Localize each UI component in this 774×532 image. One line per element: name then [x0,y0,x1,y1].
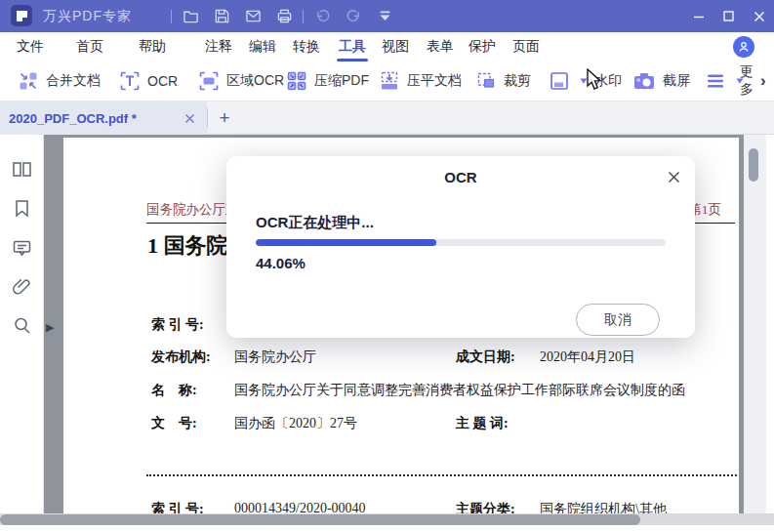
hamburger-menu-icon [705,70,726,92]
close-button[interactable] [744,0,774,32]
doc-field-value: 国务院办公厅 [234,348,316,366]
menu-home[interactable]: 首页 [76,32,103,61]
watermark-icon [549,70,570,92]
collapse-toolbar-icon[interactable] [369,0,400,32]
screenshot-button[interactable]: 截屏 [632,61,690,101]
merge-documents-icon [18,70,39,92]
doc-field-label: 发布机构: [151,348,211,366]
email-icon[interactable] [237,0,268,32]
save-icon[interactable] [206,0,237,32]
tools-ribbon: 合并文档 OCR 区域OCR [0,61,774,102]
compress-pdf-icon [286,70,307,92]
right-gutter [766,135,774,513]
app-window: 万兴PDF专家 [0,0,774,532]
undo-icon[interactable] [306,0,338,32]
crop-button[interactable]: 裁剪 [475,61,531,101]
bottom-gutter [0,525,774,532]
doc-field-label: 主 题 词: [456,415,509,432]
new-tab-button[interactable]: + [211,102,238,135]
bookmark-icon[interactable] [11,197,33,220]
crop-label: 裁剪 [504,72,531,90]
doc-dotted-divider [146,474,737,476]
menu-protect[interactable]: 保护 [468,32,496,61]
ocr-button[interactable]: OCR [119,61,178,101]
menu-file[interactable]: 文件 [17,32,44,61]
menu-form[interactable]: 表单 [427,32,454,61]
document-tab-label: 2020_PDF_OCR.pdf * [0,111,174,126]
area-ocr-label: 区域OCR [226,72,284,90]
toolbar-overflow-arrow[interactable]: › [760,61,766,101]
doc-header-left: 国务院办公厅政 [146,201,239,219]
ocr-icon [119,70,141,92]
doc-heading: 1 国务院 [147,231,228,261]
doc-field-label: 名 称: [151,382,197,399]
titlebar-separator [171,10,172,23]
merge-documents-label: 合并文档 [46,72,101,90]
compress-pdf-label: 压缩PDF [314,72,369,90]
flatten-document-button[interactable]: 压平文档 [379,61,462,101]
doc-field-value: 2020年04月20日 [540,348,635,366]
dialog-title: OCR [226,169,695,185]
compress-pdf-button[interactable]: 压缩PDF [286,61,369,101]
minimize-button[interactable] [683,0,713,32]
horizontal-scrollbar-track[interactable] [0,513,774,525]
tab-separator [207,108,208,128]
flatten-document-label: 压平文档 [407,72,462,90]
open-folder-icon[interactable] [175,0,206,32]
ocr-progress-percent: 44.06% [256,255,306,271]
doc-field-label: 成文日期: [456,348,515,366]
thumbnails-icon[interactable] [11,158,33,181]
vertical-scrollbar-track[interactable] [744,135,766,513]
mouse-cursor [586,68,603,92]
menu-tools[interactable]: 工具 [339,32,366,61]
flatten-document-icon [379,70,400,92]
ocr-dialog: OCR OCR正在处理中... 44.06% 取消 [226,156,695,338]
area-ocr-icon [198,70,220,92]
horizontal-scrollbar-thumb[interactable] [0,514,640,525]
cancel-button[interactable]: 取消 [576,304,660,336]
toolbar-menu-button[interactable] [705,61,744,101]
ocr-progress-bar [256,239,666,246]
menu-edit[interactable]: 编辑 [249,32,276,61]
crop-icon [475,70,497,92]
menu-page[interactable]: 页面 [512,32,540,61]
more-tools-label: 更多 [740,63,761,99]
print-icon[interactable] [268,0,300,32]
screenshot-icon [632,70,656,92]
titlebar: 万兴PDF专家 [0,0,774,32]
comment-icon[interactable] [11,236,33,259]
menu-view[interactable]: 视图 [382,32,409,61]
menu-convert[interactable]: 转换 [293,32,320,61]
ocr-status-text: OCR正在处理中... [256,214,374,232]
ocr-progress-fill [256,239,436,246]
screenshot-label: 截屏 [663,72,690,90]
more-tools-button[interactable]: 更多 [740,61,761,101]
sidebar-expand-handle[interactable]: ▶ [46,321,54,334]
navigation-sidebar [0,135,44,532]
app-title: 万兴PDF专家 [43,0,132,32]
doc-field-label: 文 号: [151,415,197,432]
merge-documents-button[interactable]: 合并文档 [18,61,101,101]
maximize-button[interactable] [713,0,744,32]
menu-comment[interactable]: 注释 [205,32,232,61]
app-logo-icon [11,5,32,26]
doc-field-value: 国务院办公厅关于同意调整完善消费者权益保护工作部际联席会议制度的函 [234,382,685,399]
doc-field-value: 国办函〔2020〕27号 [234,415,357,432]
tab-close-icon[interactable] [182,110,197,126]
area-ocr-button[interactable]: 区域OCR [198,61,284,101]
account-avatar[interactable] [733,36,754,58]
titlebar-separator [303,10,304,23]
search-icon[interactable] [11,314,33,337]
ocr-label: OCR [147,73,178,89]
dialog-close-icon[interactable] [665,168,682,185]
tabbar: 2020_PDF_OCR.pdf * + [0,102,774,135]
menubar: 文件 首页 帮助 注释 编辑 转换 工具 视图 表单 保护 页面 [0,32,774,61]
doc-field-label: 索 引 号: [151,316,204,334]
document-tab[interactable]: 2020_PDF_OCR.pdf * [0,102,207,135]
vertical-scrollbar-thumb[interactable] [749,148,758,182]
redo-icon[interactable] [338,0,369,32]
menu-help[interactable]: 帮助 [139,32,166,61]
attachment-icon[interactable] [11,275,33,298]
